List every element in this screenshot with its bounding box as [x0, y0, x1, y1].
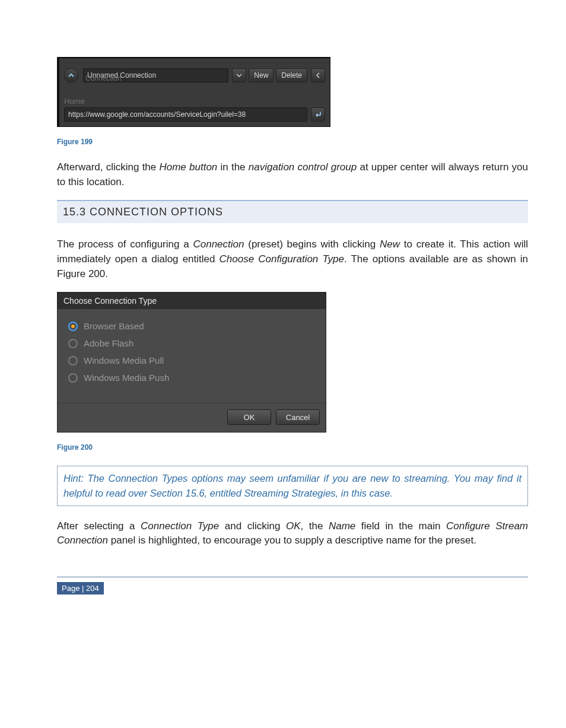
paragraph-3: After selecting a Connection Type and cl… [57, 519, 528, 548]
paragraph-1: Afterward, clicking the Home button in t… [57, 160, 528, 189]
figure-caption-200: Figure 200 [57, 443, 528, 452]
radio-option-windows-media-push[interactable]: Windows Media Push [68, 369, 315, 386]
new-button[interactable]: New [249, 68, 274, 82]
radio-label: Adobe Flash [84, 338, 133, 348]
page-number: Page | 204 [57, 582, 104, 595]
connection-panel: Connection Unnamed Connection New Delete… [57, 57, 330, 127]
ok-button[interactable]: OK [227, 409, 271, 425]
section-heading: 15.3 CONNECTION OPTIONS [57, 200, 528, 223]
home-url-input[interactable]: https://www.google.com/accounts/ServiceL… [64, 107, 307, 122]
radio-icon [68, 356, 78, 365]
home-label: Home [64, 97, 85, 106]
enter-icon[interactable] [311, 107, 325, 122]
figure-caption-199: Figure 199 [57, 138, 528, 146]
hint-text: Hint: The Connection Types options may s… [63, 471, 522, 501]
paragraph-2: The process of configuring a Connection … [57, 237, 528, 281]
radio-option-browser-based[interactable]: Browser Based [68, 317, 315, 335]
back-icon[interactable] [311, 68, 325, 82]
radio-icon [68, 373, 78, 383]
chevron-down-icon[interactable] [232, 68, 246, 82]
radio-icon [68, 339, 78, 348]
connection-label: Connection [85, 74, 122, 82]
radio-option-windows-media-pull[interactable]: Windows Media Pull [68, 352, 315, 369]
delete-button[interactable]: Delete [276, 68, 307, 82]
radio-label: Windows Media Push [84, 373, 169, 383]
footer-rule [57, 577, 528, 577]
radio-option-adobe-flash[interactable]: Adobe Flash [68, 335, 315, 352]
hint-box: Hint: The Connection Types options may s… [57, 466, 528, 506]
radio-label: Browser Based [84, 321, 144, 331]
dialog-title: Choose Connection Type [58, 293, 326, 309]
choose-connection-type-dialog: Choose Connection Type Browser Based Ado… [57, 292, 326, 433]
chevron-up-icon[interactable] [64, 68, 78, 82]
radio-label: Windows Media Pull [84, 355, 164, 365]
radio-icon [68, 322, 78, 331]
cancel-button[interactable]: Cancel [276, 409, 320, 425]
